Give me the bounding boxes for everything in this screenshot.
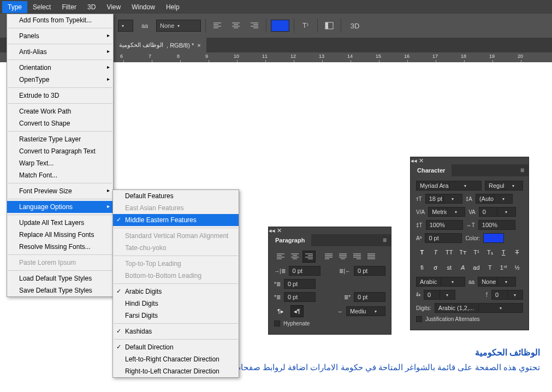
collapse-icon[interactable]: ◂◂ (411, 157, 417, 164)
menu-item[interactable]: Orientation (7, 62, 113, 74)
submenu-item[interactable]: Hindi Digits (113, 298, 239, 310)
underline-icon[interactable]: T (497, 246, 509, 258)
submenu-item[interactable]: Bottom-to-Bottom Leading (113, 270, 239, 282)
font-family-select[interactable]: Myriad Arabic▾ (416, 181, 482, 191)
leading-input[interactable]: (Auto)▾ (476, 194, 513, 204)
digits-select[interactable]: Arabic (1,2,...▾ (435, 303, 523, 313)
menu-item[interactable]: Convert to Shape (7, 117, 113, 129)
ordinals-icon[interactable]: T (484, 262, 496, 274)
submenu-item[interactable]: Left-to-Right Character Direction (113, 353, 239, 365)
submenu-item[interactable]: Top-to-Top Leading (113, 258, 239, 270)
warp-text-icon[interactable]: T (299, 19, 313, 33)
subscript-icon[interactable]: T₁ (484, 246, 496, 258)
para-align-left[interactable] (274, 251, 287, 263)
submenu-item[interactable]: Standard Vertical Roman Alignment (113, 230, 239, 242)
submenu-item[interactable]: Farsi Digits (113, 310, 239, 322)
para-justify-last-right[interactable] (351, 251, 364, 263)
menu-item[interactable]: Rasterize Type Layer (7, 133, 113, 145)
menu-item[interactable]: Language Options (7, 201, 113, 213)
menu-view[interactable]: View (101, 1, 126, 13)
submenu-item[interactable]: Arabic Digits (113, 286, 239, 298)
menu-3d[interactable]: 3D (82, 1, 101, 13)
menu-item[interactable]: Paste Lorem Ipsum (7, 257, 113, 269)
panel-menu-icon[interactable]: ≡ (520, 167, 524, 174)
threeD-icon[interactable]: 3D (346, 19, 364, 33)
menu-item[interactable]: Create Work Path (7, 105, 113, 117)
font-style-select[interactable]: Regular▾ (485, 181, 523, 191)
menu-item[interactable]: Font Preview Size (7, 185, 113, 197)
justification-alternates-checkbox[interactable] (416, 316, 422, 322)
font-size-input[interactable]: 18 pt▾ (425, 194, 462, 204)
stylistic-st-icon[interactable]: st (443, 262, 455, 274)
menu-item[interactable]: Load Default Type Styles (7, 272, 113, 284)
antialias-select[interactable]: None▾ (156, 20, 201, 32)
vscale-input[interactable]: 100% (426, 220, 463, 230)
menu-item[interactable]: OpenType (7, 74, 113, 86)
ligature-o-icon[interactable]: ơ (430, 262, 442, 274)
titling-ad-icon[interactable]: ad (471, 262, 483, 274)
para-justify-last-center[interactable] (336, 251, 349, 263)
submenu-item[interactable]: Default Features (113, 190, 239, 202)
indent-left-input[interactable]: 0 pt (289, 266, 320, 276)
align-right-icon[interactable] (247, 19, 262, 33)
first-line-indent-input[interactable]: 0 pt (284, 279, 316, 289)
ordinal-1st-icon[interactable]: 1ˢᵗ (497, 262, 509, 274)
menu-item[interactable]: Panels (7, 30, 113, 42)
submenu-item[interactable]: East Asian Features (113, 202, 239, 214)
menu-select[interactable]: Select (27, 1, 56, 13)
para-justify-all[interactable] (365, 251, 378, 263)
panel-toggle-icon[interactable] (322, 19, 336, 33)
diacritic-y-input[interactable]: 0▾ (491, 290, 523, 300)
character-tab[interactable]: Character (411, 164, 452, 176)
para-align-center[interactable] (288, 251, 301, 263)
menu-item[interactable]: Extrude to 3D (7, 90, 113, 102)
panel-close-icon[interactable]: ✕ (419, 157, 424, 164)
kashida-select[interactable]: Medium▾ (346, 306, 385, 316)
italic-icon[interactable]: T (430, 246, 442, 258)
paragraph-tab[interactable]: Paragraph (269, 234, 311, 246)
para-dir-ltr[interactable]: ¶▸ (274, 305, 287, 317)
menu-help[interactable]: Help (161, 1, 185, 13)
close-icon[interactable]: × (197, 42, 200, 49)
hyphenate-checkbox[interactable] (274, 320, 280, 326)
menu-filter[interactable]: Filter (56, 1, 82, 13)
font-size-select[interactable]: ▾ (118, 20, 133, 32)
menu-item[interactable]: Anti-Alias (7, 46, 113, 58)
menu-item[interactable]: Warp Text... (7, 157, 113, 169)
text-color-swatch[interactable] (271, 20, 289, 32)
kerning-select[interactable]: Metrics▾ (428, 207, 465, 217)
aa-select[interactable]: None▾ (478, 277, 516, 287)
allcaps-icon[interactable]: TT (443, 246, 455, 258)
panel-menu-icon[interactable]: ≡ (383, 236, 387, 244)
ligature-fi-icon[interactable]: fi (416, 262, 428, 274)
bold-icon[interactable]: T (416, 246, 428, 258)
language-select[interactable]: Arabic▾ (416, 277, 465, 287)
document-tab[interactable]: الوظائف الحكومية , RGB/8) * × (114, 38, 206, 52)
text-color-swatch[interactable] (483, 233, 504, 243)
menu-item[interactable]: Resolve Missing Fonts... (7, 241, 113, 253)
submenu-item[interactable]: Tate-chu-yoko (113, 242, 239, 254)
menu-type[interactable]: Type (2, 1, 27, 13)
strikethrough-icon[interactable]: T (511, 246, 523, 258)
menu-item[interactable]: Match Font... (7, 169, 113, 181)
submenu-item[interactable]: Kashidas (113, 325, 239, 337)
diacritic-x-input[interactable]: 0▾ (424, 290, 455, 300)
para-align-right[interactable] (302, 251, 316, 263)
swash-icon[interactable]: A (457, 262, 469, 274)
superscript-icon[interactable]: T¹ (471, 246, 483, 258)
menu-window[interactable]: Window (126, 1, 161, 13)
collapse-icon[interactable]: ◂◂ (269, 227, 275, 234)
para-dir-rtl[interactable]: ◂¶ (290, 305, 304, 317)
smallcaps-icon[interactable]: Tᴛ (457, 246, 469, 258)
submenu-item[interactable]: Right-to-Left Character Direction (113, 365, 239, 377)
submenu-item[interactable]: Default Direction (113, 341, 239, 353)
fractions-icon[interactable]: ½ (511, 262, 523, 274)
menu-item[interactable]: Replace All Missing Fonts (7, 229, 113, 241)
tracking-input[interactable]: 0▾ (479, 207, 516, 217)
para-justify-last-left[interactable] (322, 251, 335, 263)
indent-right-input[interactable]: 0 pt (354, 266, 385, 276)
submenu-item[interactable]: Middle Eastern Features (113, 214, 239, 226)
menu-item[interactable]: Add Fonts from Typekit... (7, 14, 113, 26)
align-left-icon[interactable] (210, 19, 224, 33)
align-center-icon[interactable] (229, 19, 243, 33)
